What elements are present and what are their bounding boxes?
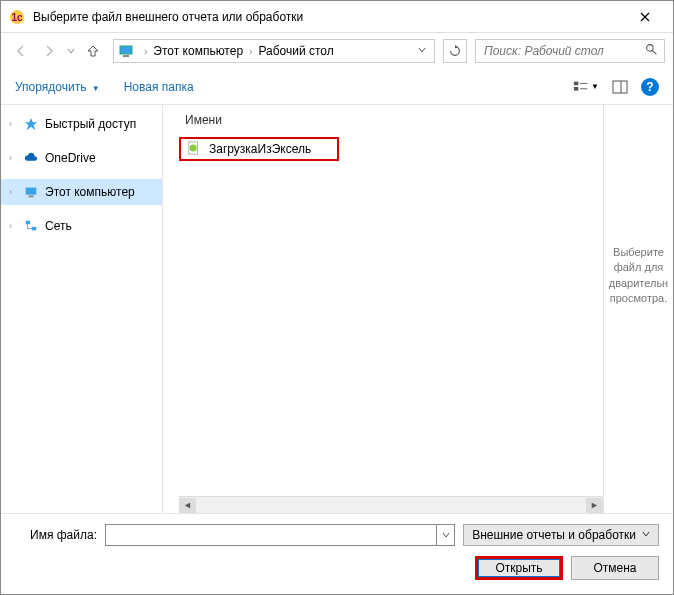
scroll-left-icon[interactable]: ◄ (179, 498, 196, 513)
sidebar-item-onedrive[interactable]: › OneDrive (1, 145, 162, 171)
chevron-right-icon[interactable]: › (9, 153, 19, 163)
horizontal-scrollbar[interactable]: ◄ ► (179, 496, 603, 513)
svg-rect-14 (26, 221, 30, 225)
star-icon (23, 116, 39, 132)
help-button[interactable]: ? (641, 78, 659, 96)
chevron-right-icon[interactable]: › (249, 46, 252, 57)
app-icon: 1c (9, 9, 25, 25)
chevron-down-icon: ▼ (591, 82, 599, 91)
close-button[interactable] (625, 1, 665, 32)
column-header-name[interactable]: Имени (179, 113, 603, 127)
filename-input[interactable] (105, 524, 437, 546)
filename-dropdown[interactable] (437, 524, 455, 546)
sidebar-item-quickaccess[interactable]: › Быстрый доступ (1, 111, 162, 137)
cloud-icon (23, 150, 39, 166)
svg-text:1c: 1c (11, 12, 23, 23)
dialog-body: › Быстрый доступ › OneDrive › Э (1, 105, 673, 513)
main-area: Имени ЗагрузкаИзЭксель ◄ ► Выберите файл… (163, 105, 673, 513)
filename-label: Имя файла: (15, 528, 97, 542)
chevron-right-icon[interactable]: › (9, 221, 19, 231)
preview-pane-button[interactable] (607, 76, 633, 98)
recent-dropdown[interactable] (65, 39, 77, 63)
file-icon (187, 141, 203, 157)
search-box[interactable] (475, 39, 665, 63)
chevron-down-icon: ▼ (92, 84, 100, 93)
search-input[interactable] (482, 43, 645, 59)
svg-point-4 (647, 45, 654, 52)
svg-rect-3 (123, 55, 129, 57)
organize-label: Упорядочить (15, 80, 86, 94)
open-button-label: Открыть (478, 559, 560, 577)
file-type-filter[interactable]: Внешние отчеты и обработки (463, 524, 659, 546)
new-folder-button[interactable]: Новая папка (124, 80, 194, 94)
sidebar-label: Быстрый доступ (45, 117, 136, 131)
filter-label: Внешние отчеты и обработки (472, 528, 636, 542)
breadcrumb-thispc[interactable]: Этот компьютер (153, 44, 243, 58)
chevron-right-icon[interactable]: › (9, 187, 19, 197)
svg-line-5 (652, 50, 656, 54)
sidebar-label: Сеть (45, 219, 72, 233)
svg-rect-15 (32, 227, 36, 231)
sidebar-item-thispc[interactable]: › Этот компьютер (1, 179, 162, 205)
pc-icon (118, 43, 134, 59)
window-title: Выберите файл внешнего отчета или обрабо… (33, 10, 625, 24)
open-button[interactable]: Открыть (475, 556, 563, 580)
address-bar[interactable]: › Этот компьютер › Рабочий стол (113, 39, 435, 63)
svg-point-19 (190, 145, 197, 152)
chevron-down-icon (642, 530, 650, 540)
svg-rect-13 (28, 196, 33, 198)
svg-rect-2 (120, 46, 132, 54)
footer: Имя файла: Внешние отчеты и обработки От… (1, 513, 673, 594)
chevron-right-icon[interactable]: › (9, 119, 19, 129)
svg-rect-6 (574, 81, 578, 85)
titlebar: 1c Выберите файл внешнего отчета или обр… (1, 1, 673, 33)
breadcrumb-desktop[interactable]: Рабочий стол (258, 44, 333, 58)
file-list[interactable]: Имени ЗагрузкаИзЭксель ◄ ► (163, 105, 603, 513)
scroll-right-icon[interactable]: ► (586, 498, 603, 513)
view-options-button[interactable]: ▼ (573, 76, 599, 98)
file-name-label: ЗагрузкаИзЭксель (209, 142, 311, 156)
search-icon[interactable] (645, 42, 658, 60)
file-item[interactable]: ЗагрузкаИзЭксель (179, 137, 339, 161)
back-button (9, 39, 33, 63)
svg-rect-7 (574, 87, 578, 91)
organize-menu[interactable]: Упорядочить ▼ (15, 80, 100, 94)
navigation-tree: › Быстрый доступ › OneDrive › Э (1, 105, 163, 513)
address-dropdown[interactable] (414, 46, 430, 56)
sidebar-label: Этот компьютер (45, 185, 135, 199)
network-icon (23, 218, 39, 234)
svg-rect-12 (26, 188, 37, 195)
svg-rect-10 (613, 81, 627, 93)
toolbar: Упорядочить ▼ Новая папка ▼ ? (1, 69, 673, 105)
forward-button (37, 39, 61, 63)
pc-icon (23, 184, 39, 200)
sidebar-item-network[interactable]: › Сеть (1, 213, 162, 239)
refresh-button[interactable] (443, 39, 467, 63)
up-button[interactable] (81, 39, 105, 63)
sidebar-label: OneDrive (45, 151, 96, 165)
preview-pane: Выберите файл для дварительн просмотра. (603, 105, 673, 513)
cancel-button[interactable]: Отмена (571, 556, 659, 580)
file-dialog: 1c Выберите файл внешнего отчета или обр… (0, 0, 674, 595)
navbar: › Этот компьютер › Рабочий стол (1, 33, 673, 69)
chevron-right-icon[interactable]: › (144, 46, 147, 57)
